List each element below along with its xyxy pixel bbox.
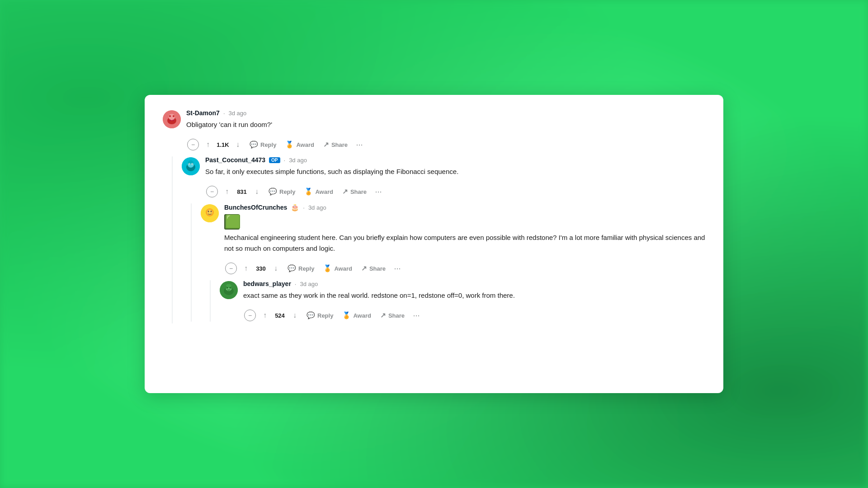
more-btn-4[interactable]: ··· — [410, 309, 423, 322]
more-btn-1[interactable]: ··· — [353, 138, 366, 151]
share-icon-3: ↗ — [361, 264, 367, 272]
upvote-btn-1[interactable]: ↑ — [202, 138, 214, 151]
comment-3-header: BunchesOfCrunches 🎂 · 3d ago — [224, 203, 705, 211]
svg-point-4 — [173, 115, 175, 117]
award-btn-2[interactable]: 🏅 Award — [301, 185, 337, 198]
share-btn-2[interactable]: ↗ Share — [339, 185, 370, 198]
timestamp-1: 3d ago — [229, 110, 247, 117]
comment-1: St-Damon7 · 3d ago Obligatory 'can it ru… — [163, 109, 705, 324]
downvote-btn-4[interactable]: ↓ — [288, 309, 301, 322]
replies-section-1: Past_Coconut_4473 OP · 3d ago So far, it… — [182, 156, 705, 324]
svg-point-13 — [189, 164, 190, 164]
comment-3-text: Mechanical engineering student here. Can… — [224, 232, 705, 254]
svg-point-25 — [225, 286, 227, 289]
vote-section-2: ↑ 831 ↓ — [221, 185, 263, 198]
share-btn-3[interactable]: ↗ Share — [358, 262, 389, 275]
action-bar-3: − ↑ 330 ↓ 💬 Reply — [225, 262, 705, 275]
username-st-damon7: St-Damon7 — [186, 109, 220, 117]
share-btn-4[interactable]: ↗ Share — [377, 309, 408, 322]
reply-icon-2: 💬 — [269, 188, 277, 196]
comment-4: bedwars_player · 3d ago exact same as th… — [220, 280, 705, 322]
minecraft-badge: 🟩 — [224, 214, 705, 230]
upvote-btn-4[interactable]: ↑ — [259, 309, 271, 322]
svg-point-5 — [170, 120, 171, 121]
username-past-coconut: Past_Coconut_4473 — [205, 156, 265, 164]
vote-count-4: 524 — [273, 312, 287, 319]
svg-point-2 — [169, 114, 175, 120]
vote-section-1: ↑ 1.1K ↓ — [202, 138, 244, 151]
replies-section-3: bedwars_player · 3d ago exact same as th… — [220, 280, 705, 322]
vote-section-4: ↑ 524 ↓ — [259, 309, 301, 322]
action-bar-2: − ↑ 831 ↓ 💬 Reply 🏅 Award — [206, 185, 705, 198]
timestamp-3: 3d ago — [308, 204, 326, 211]
award-btn-3[interactable]: 🏅 Award — [320, 262, 356, 275]
comment-2-content: Past_Coconut_4473 OP · 3d ago So far, it… — [205, 156, 705, 182]
avatar-bedwars — [220, 281, 238, 299]
action-bar-1: − ↑ 1.1K ↓ 💬 Reply 🏅 Award ↗ Share ··· — [187, 138, 705, 151]
replies-section-2: BunchesOfCrunches 🎂 · 3d ago 🟩 — [201, 203, 705, 322]
op-badge: OP — [269, 157, 280, 163]
comment-1-header: St-Damon7 · 3d ago — [186, 109, 705, 117]
nested-thread-2: BunchesOfCrunches 🎂 · 3d ago 🟩 — [182, 203, 705, 322]
award-icon-4: 🏅 — [342, 311, 351, 319]
share-icon-4: ↗ — [380, 311, 386, 319]
nested-thread-3: bedwars_player · 3d ago exact same as th… — [201, 280, 705, 322]
comment-4-content: bedwars_player · 3d ago exact same as th… — [243, 280, 705, 305]
reply-btn-3[interactable]: 💬 Reply — [284, 262, 318, 275]
more-btn-3[interactable]: ··· — [391, 262, 404, 275]
upvote-btn-3[interactable]: ↑ — [240, 262, 252, 275]
share-icon-2: ↗ — [342, 188, 348, 196]
cake-badge: 🎂 — [291, 203, 299, 211]
comment-1-content: St-Damon7 · 3d ago Obligatory 'can it ru… — [186, 109, 705, 135]
svg-point-26 — [231, 286, 232, 289]
comment-4-text: exact same as they work in the real worl… — [243, 290, 705, 301]
thread-line-3 — [210, 280, 211, 322]
downvote-btn-1[interactable]: ↓ — [231, 138, 244, 151]
upvote-btn-2[interactable]: ↑ — [221, 185, 233, 198]
timestamp-2: 3d ago — [289, 157, 307, 164]
reply-btn-2[interactable]: 💬 Reply — [265, 185, 299, 198]
comment-3: BunchesOfCrunches 🎂 · 3d ago 🟩 — [201, 203, 705, 322]
vote-count-1: 1.1K — [216, 141, 230, 148]
svg-point-3 — [169, 115, 171, 117]
timestamp-4: 3d ago — [300, 281, 318, 287]
share-icon-1: ↗ — [323, 141, 329, 149]
downvote-btn-3[interactable]: ↓ — [269, 262, 282, 275]
award-icon-2: 🏅 — [304, 188, 313, 196]
more-btn-2[interactable]: ··· — [372, 185, 385, 198]
downvote-btn-2[interactable]: ↓ — [250, 185, 263, 198]
award-icon-1: 🏅 — [285, 141, 294, 149]
reply-icon-3: 💬 — [288, 264, 296, 272]
nested-thread-1: Past_Coconut_4473 OP · 3d ago So far, it… — [163, 156, 705, 324]
comment-1-text: Obligatory 'can it run doom?' — [186, 119, 705, 130]
reply-icon-1: 💬 — [250, 141, 258, 149]
share-btn-1[interactable]: ↗ Share — [320, 138, 351, 151]
collapse-btn-3[interactable]: − — [225, 263, 237, 274]
award-icon-3: 🏅 — [323, 264, 332, 272]
comment-2-text: So far, it only executes simple function… — [205, 166, 705, 177]
svg-point-6 — [172, 120, 174, 121]
comment-3-content: BunchesOfCrunches 🎂 · 3d ago 🟩 — [224, 203, 705, 258]
svg-point-14 — [192, 164, 193, 164]
reply-btn-4[interactable]: 💬 Reply — [303, 309, 337, 322]
collapse-btn-4[interactable]: − — [244, 310, 256, 321]
reply-btn-1[interactable]: 💬 Reply — [246, 138, 280, 151]
award-btn-1[interactable]: 🏅 Award — [282, 138, 318, 151]
avatar-bunches — [201, 204, 219, 222]
collapse-btn-1[interactable]: − — [187, 139, 199, 150]
username-bedwars: bedwars_player — [243, 280, 291, 287]
avatar — [163, 110, 181, 128]
avatar-past-coconut — [182, 157, 200, 175]
comment-2-header: Past_Coconut_4473 OP · 3d ago — [205, 156, 705, 164]
comment-4-header: bedwars_player · 3d ago — [243, 280, 705, 287]
collapse-btn-2[interactable]: − — [206, 186, 218, 197]
award-btn-4[interactable]: 🏅 Award — [339, 309, 375, 322]
vote-count-3: 330 — [254, 265, 268, 272]
thread-line-2 — [191, 203, 192, 322]
action-bar-4: − ↑ 524 ↓ 💬 — [244, 309, 705, 322]
username-bunches: BunchesOfCrunches — [224, 204, 287, 211]
comment-card: St-Damon7 · 3d ago Obligatory 'can it ru… — [145, 95, 723, 393]
comment-2: Past_Coconut_4473 OP · 3d ago So far, it… — [182, 156, 705, 322]
vote-count-2: 831 — [235, 188, 249, 195]
vote-section-3: ↑ 330 ↓ — [240, 262, 282, 275]
